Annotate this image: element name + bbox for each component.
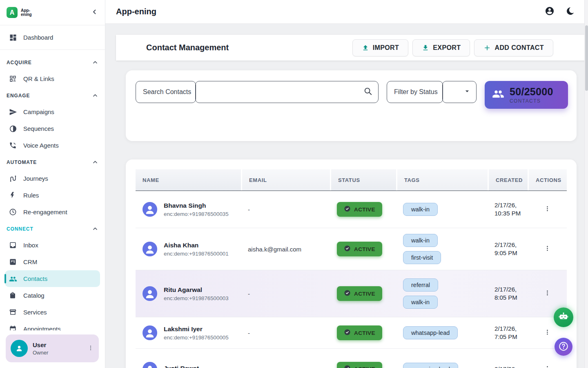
row-actions-button[interactable] (541, 326, 553, 339)
sidebar-item-rules[interactable]: Rules (5, 187, 100, 204)
people-icon (492, 88, 504, 102)
sidebar-item-dashboard[interactable]: Dashboard (5, 29, 100, 46)
account-icon (545, 6, 555, 17)
upload-icon (362, 44, 369, 52)
row-actions-button[interactable] (541, 287, 553, 300)
sidebar-item-voice-agents[interactable]: Voice Agents (5, 137, 100, 154)
import-button[interactable]: IMPORT (352, 39, 409, 56)
page-scrollbar[interactable] (584, 0, 588, 368)
table-row: Ritu Agarwal enc:demo:+919876500003 - AC… (136, 270, 567, 317)
section-title: Contact Management (146, 43, 229, 52)
contacts-count-value: 50/25000 (510, 86, 553, 98)
chevron-up-icon (92, 92, 98, 99)
inbox-icon (9, 241, 17, 249)
created-time: 8:05 PM (494, 294, 517, 302)
section-header-acquire[interactable]: ACQUIRE (5, 55, 100, 70)
sidebar-item-label: Dashboard (23, 34, 53, 41)
search-input[interactable] (201, 81, 315, 103)
column-header-name: NAME (136, 169, 241, 191)
contact-email: - (248, 206, 250, 213)
search-field-label: Search Contacts (136, 88, 191, 96)
page-title: App-ening (116, 7, 156, 16)
scrollbar-thumb[interactable] (585, 25, 588, 91)
more-vert-icon (544, 289, 551, 298)
tag-pill: walk-in (403, 234, 438, 247)
created-date: 2/17/26, (494, 285, 517, 294)
contact-phone: enc:demo:+919876500001 (164, 251, 229, 257)
main-area: App-ening Contact Management IMPORT (105, 0, 588, 368)
avatar (143, 286, 157, 301)
contact-email: - (248, 330, 250, 337)
account-button[interactable] (545, 6, 555, 17)
add-contact-button[interactable]: ADD CONTACT (474, 39, 553, 56)
user-menu-button[interactable] (87, 345, 94, 352)
contact-toolbar: Contact Management IMPORT EXPORT ADD CON… (116, 35, 588, 61)
sidebar-item-label: CRM (23, 258, 37, 265)
created-time: 9:05 PM (494, 249, 517, 257)
app-logo-text: App- ening (21, 9, 32, 17)
sidebar-item-label: QR & Links (23, 75, 54, 82)
table-row: Bhavna Singh enc:demo:+919876500035 - AC… (136, 191, 567, 228)
services-store-icon (9, 308, 17, 316)
sidebar-item-catalog[interactable]: Catalog (5, 287, 100, 304)
section-header-engage[interactable]: ENGAGE (5, 88, 100, 103)
contact-phone: enc:demo:+919876500005 (164, 334, 229, 341)
help-fab[interactable] (555, 338, 572, 356)
created-date: 2/17/26, (494, 201, 517, 209)
contacts-people-icon (9, 275, 17, 283)
row-actions-button[interactable] (541, 363, 553, 368)
sidebar-item-services[interactable]: Services (5, 304, 100, 321)
more-vert-icon (544, 205, 551, 213)
app-logo: A (7, 7, 18, 18)
chevron-up-icon (92, 226, 98, 232)
status-badge: ACTIVE (337, 202, 382, 217)
row-actions-button[interactable] (541, 242, 553, 256)
sidebar-item-campaigns[interactable]: Campaigns (5, 103, 100, 120)
sidebar-item-sequences[interactable]: Sequences (5, 120, 100, 137)
section-header-connect[interactable]: CONNECT (5, 221, 100, 237)
more-vert-icon (544, 365, 551, 368)
sidebar-item-label: Re-engagement (23, 209, 67, 215)
contact-name: Ritu Agarwal (164, 286, 229, 294)
status-filter-label: Filter by Status (387, 88, 438, 96)
dropdown-arrow-icon (463, 87, 471, 97)
sidebar-item-crm[interactable]: CRM (5, 254, 100, 270)
dark-mode-toggle[interactable] (566, 7, 575, 17)
sidebar-item-contacts[interactable]: Contacts (5, 270, 100, 287)
status-badge: ACTIVE (337, 286, 382, 301)
more-vert-icon (544, 245, 551, 253)
check-circle-icon (344, 365, 351, 368)
sidebar-item-qr-links[interactable]: QR & Links (5, 70, 100, 87)
campaigns-send-icon (9, 108, 17, 116)
contacts-count-badge: 50/25000 CONTACTS (485, 81, 568, 109)
contacts-count-label: CONTACTS (510, 98, 553, 104)
created-date: 2/17/26, (494, 325, 517, 333)
chevron-up-icon (92, 159, 98, 166)
sidebar-item-inbox[interactable]: Inbox (5, 237, 100, 254)
table-row: Jyoti Rawat ACTIVE campaign-lead 2/17/26 (136, 349, 567, 368)
status-filter-select[interactable]: Filter by Status (387, 81, 477, 103)
section-header-automate[interactable]: AUTOMATE (5, 155, 100, 170)
sidebar-item-re-engagement[interactable]: Re-engagement (5, 204, 100, 220)
status-badge: ACTIVE (337, 242, 382, 256)
avatar (143, 325, 157, 340)
contact-name: Jyoti Rawat (164, 365, 199, 368)
row-actions-button[interactable] (541, 203, 553, 216)
export-button[interactable]: EXPORT (412, 39, 470, 56)
chatbot-fab[interactable] (554, 307, 573, 327)
search-panel: Search Contacts Filter by Status (126, 70, 577, 141)
moon-icon (566, 7, 575, 17)
catalog-bag-icon (9, 292, 17, 300)
sidebar-collapse-button[interactable] (91, 8, 98, 17)
contact-name: Lakshmi Iyer (164, 325, 229, 333)
check-circle-icon (344, 205, 351, 214)
tag-pill: campaign-lead (403, 363, 458, 368)
more-vert-icon (544, 329, 551, 337)
topbar: App-ening (105, 0, 588, 24)
sidebar-item-journeys[interactable]: Journeys (5, 170, 100, 187)
avatar (143, 362, 157, 368)
qr-code-icon (9, 75, 17, 83)
sidebar-item-label: Rules (23, 192, 39, 199)
voice-agents-phone-icon (9, 141, 17, 150)
sidebar-item-label: Catalog (23, 292, 45, 299)
